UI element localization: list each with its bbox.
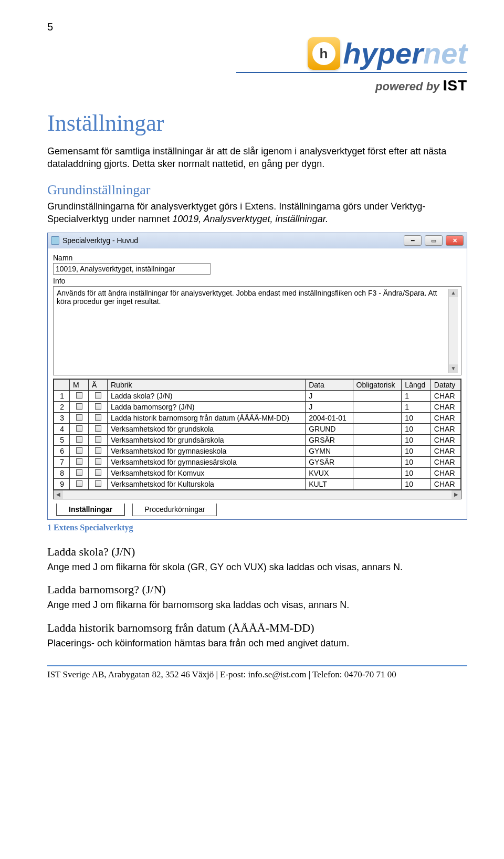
row-data[interactable]: J [306,391,353,402]
page-number: 5 [47,21,467,33]
row-datatyp: CHAR [430,435,460,446]
table-row[interactable]: 6Verksamhetskod för gymnasieskolaGYMN10C… [54,446,461,457]
info-scrollbar[interactable]: ▲ ▼ [448,289,458,373]
col-langd: Längd [402,380,430,391]
row-data[interactable]: GYMN [306,446,353,457]
powered-by: powered by IST [236,77,467,94]
row-rubrik: Verksamhetskod för Komvux [108,468,306,479]
item-heading-3: Ladda historik barnomsorg från datum (ÅÅ… [47,621,467,635]
scroll-left-icon[interactable]: ◀ [54,490,63,499]
row-a-checkbox[interactable] [89,435,108,446]
row-a-checkbox[interactable] [89,457,108,468]
row-a-checkbox[interactable] [89,468,108,479]
row-m-checkbox[interactable] [70,479,89,490]
row-data[interactable]: 2004-01-01 [306,413,353,424]
row-num: 1 [54,391,70,402]
row-rubrik: Ladda barnomsorg? (J/N) [108,402,306,413]
row-datatyp: CHAR [430,402,460,413]
table-row[interactable]: 9Verksamhetskod för KulturskolaKULT10CHA… [54,479,461,490]
minimize-button[interactable]: ━ [404,235,422,246]
row-num: 3 [54,413,70,424]
row-a-checkbox[interactable] [89,424,108,435]
scroll-right-icon[interactable]: ▶ [452,490,461,499]
grund-text-em: 10019, Analysverktyget, inställningar. [172,214,328,224]
table-row[interactable]: 8Verksamhetskod för KomvuxKVUX10CHAR [54,468,461,479]
table-row[interactable]: 3Ladda historik barnomsorg från datum (Å… [54,413,461,424]
row-obligatorisk [353,457,402,468]
row-m-checkbox[interactable] [70,457,89,468]
grid-h-scrollbar[interactable]: ◀ ▶ [54,490,461,499]
row-m-checkbox[interactable] [70,468,89,479]
row-obligatorisk [353,402,402,413]
tab-procedurkorningar[interactable]: Procedurkörningar [132,504,217,516]
hypernet-icon: h [308,37,340,70]
row-num: 2 [54,402,70,413]
row-datatyp: CHAR [430,391,460,402]
name-input[interactable]: 10019, Analysverktyget, inställningar [53,263,211,275]
row-data[interactable]: GYSÄR [306,457,353,468]
item-paragraph-3: Placerings- och köinformation hämtas bar… [47,637,467,650]
window-title: Specialverktyg - Huvud [62,236,138,245]
grund-paragraph: Grundinställningarna för analysverktyget… [47,200,467,226]
row-num: 6 [54,446,70,457]
close-button[interactable]: ✕ [446,235,464,246]
row-m-checkbox[interactable] [70,446,89,457]
row-m-checkbox[interactable] [70,435,89,446]
row-datatyp: CHAR [430,413,460,424]
row-num: 9 [54,479,70,490]
row-obligatorisk [353,424,402,435]
info-textarea[interactable]: Används för att ändra inställningar för … [57,289,448,373]
row-num: 5 [54,435,70,446]
row-data[interactable]: KVUX [306,468,353,479]
intro-paragraph: Gemensamt för samtliga inställningar är … [47,145,467,171]
row-obligatorisk [353,479,402,490]
table-row[interactable]: 5Verksamhetskod för grundsärskolaGRSÄR10… [54,435,461,446]
row-data[interactable]: GRSÄR [306,435,353,446]
scroll-down-icon[interactable]: ▼ [449,364,458,373]
row-datatyp: CHAR [430,479,460,490]
info-label: Info [53,277,461,285]
powered-prefix: powered by [375,80,439,93]
row-a-checkbox[interactable] [89,446,108,457]
row-m-checkbox[interactable] [70,391,89,402]
scroll-up-icon[interactable]: ▲ [449,289,458,297]
table-row[interactable]: 4Verksamhetskod för grundskolaGRUND10CHA… [54,424,461,435]
page-title: Inställningar [47,110,467,137]
row-a-checkbox[interactable] [89,413,108,424]
row-langd: 10 [402,457,430,468]
row-m-checkbox[interactable] [70,424,89,435]
row-a-checkbox[interactable] [89,479,108,490]
window-icon [51,236,59,245]
row-rubrik: Verksamhetskod för grundskola [108,424,306,435]
table-row[interactable]: 1Ladda skola? (J/N)J1CHAR [54,391,461,402]
figure-caption: 1 Extens Specialverktyg [47,523,467,532]
logo-block: h hypernet powered by IST [47,37,467,94]
row-a-checkbox[interactable] [89,391,108,402]
hypernet-wordmark: hypernet [343,40,468,67]
hypernet-icon-letter: h [312,42,335,65]
row-obligatorisk [353,468,402,479]
row-a-checkbox[interactable] [89,402,108,413]
row-langd: 10 [402,468,430,479]
hypernet-prefix: hyper [343,37,424,70]
row-langd: 1 [402,391,430,402]
row-data[interactable]: KULT [306,479,353,490]
row-obligatorisk [353,435,402,446]
row-num: 8 [54,468,70,479]
maximize-button[interactable]: ▭ [425,235,443,246]
row-rubrik: Verksamhetskod för gymnasieskola [108,446,306,457]
row-rubrik: Verksamhetskod för grundsärskola [108,435,306,446]
row-num: 4 [54,424,70,435]
table-row[interactable]: 2Ladda barnomsorg? (J/N)J1CHAR [54,402,461,413]
row-m-checkbox[interactable] [70,413,89,424]
table-row[interactable]: 7Verksamhetskod för gymnasiesärskolaGYSÄ… [54,457,461,468]
row-datatyp: CHAR [430,468,460,479]
row-m-checkbox[interactable] [70,402,89,413]
row-obligatorisk [353,446,402,457]
col-data: Data [306,380,353,391]
row-data[interactable]: J [306,402,353,413]
row-data[interactable]: GRUND [306,424,353,435]
tab-installningar[interactable]: Inställningar [56,504,125,516]
powered-brand: IST [443,77,467,93]
settings-grid: M Ä Rubrik Data Obligatorisk Längd Datat… [53,379,461,499]
